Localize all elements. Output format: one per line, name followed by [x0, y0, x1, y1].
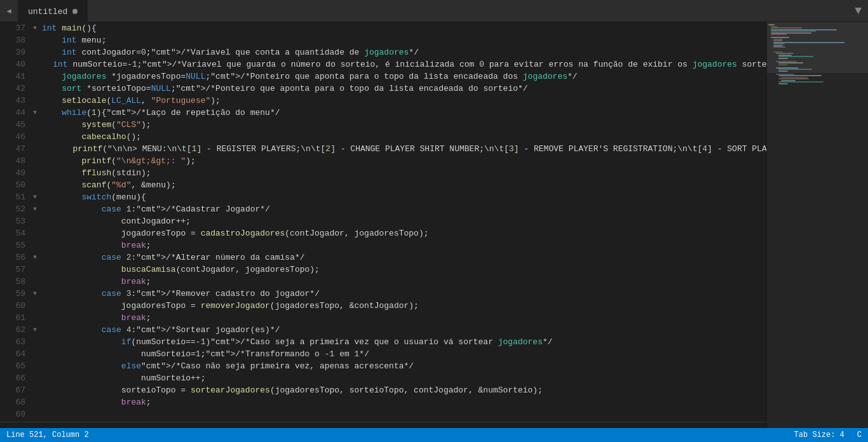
line-number: 69 — [5, 408, 25, 420]
code-text: system("CLS"); — [42, 119, 151, 131]
fold-arrow[interactable] — [33, 22, 42, 34]
status-position: Line 521, Column 2 — [6, 431, 89, 439]
code-line: if(numSorteio==-1)"cmt">/*Caso seja a pr… — [33, 336, 766, 348]
code-line: else"cmt">/*Caso não seja primeira vez, … — [33, 360, 766, 372]
line-number: 40 — [5, 58, 25, 70]
code-content[interactable]: int main(){ int menu; int contJogador=0;… — [31, 22, 766, 422]
code-line: jogadores *jogadoresTopo=NULL;"cmt">/*Po… — [33, 70, 766, 83]
code-text: jogadoresTopo = cadastroJogadores(contJo… — [42, 227, 429, 239]
code-text: fflush(stdin); — [42, 167, 151, 179]
line-number: 63 — [5, 336, 25, 348]
code-line: numSorteio++; — [33, 372, 766, 384]
minimap-line — [768, 59, 770, 60]
code-text: int numSorteio=-1;"cmt">/*Variavel que g… — [33, 58, 766, 70]
minimap-line — [771, 34, 787, 35]
minimap-line — [768, 36, 770, 37]
code-text: case 2:"cmt">/*Alterar número da camisa*… — [42, 251, 305, 264]
status-right: Tab Size: 4 C — [794, 431, 862, 439]
code-text: break; — [42, 396, 151, 408]
code-area[interactable]: 3738394041424344454647484950515253545556… — [0, 22, 766, 422]
code-line: scanf("%d", &menu); — [33, 179, 766, 191]
main-area: 3738394041424344454647484950515253545556… — [0, 22, 868, 428]
minimap-content — [767, 22, 868, 428]
fold-arrow[interactable] — [33, 107, 42, 119]
minimap-line — [778, 62, 803, 64]
code-line: printf("\n\n> MENU:\n\t[1] - REGISTER PL… — [33, 143, 766, 155]
minimap-line — [768, 72, 770, 73]
tab-label: untitled — [28, 7, 67, 17]
line-number: 66 — [5, 372, 25, 384]
line-number: 60 — [5, 300, 25, 312]
minimap-line — [776, 53, 794, 54]
code-text: else"cmt">/*Caso não seja primeira vez, … — [42, 360, 414, 372]
code-line: int menu; — [33, 34, 766, 46]
code-text: sorteioTopo = sortearJogadores(jogadores… — [42, 384, 543, 396]
line-number: 46 — [5, 131, 25, 143]
code-text: break; — [42, 312, 151, 324]
code-text: case 1:"cmt">/*Cadastrar Jogador*/ — [42, 203, 270, 215]
code-line: jogadoresTopo = cadastroJogadores(contJo… — [33, 227, 766, 239]
status-bar: Line 521, Column 2 Tab Size: 4 C — [0, 428, 868, 442]
horizontal-scrollbar[interactable] — [0, 422, 766, 428]
minimap-line — [778, 83, 788, 84]
code-line: jogadoresTopo = removerJogador(jogadores… — [33, 300, 766, 312]
line-number: 62 — [5, 324, 25, 336]
title-bar: ◀ untitled ▼ — [0, 0, 868, 22]
minimap-line — [778, 58, 788, 59]
code-line: contJogador++; — [33, 215, 766, 227]
tab-arrow-left[interactable]: ◀ — [0, 0, 18, 22]
code-line: system("CLS"); — [33, 119, 766, 131]
code-text: int contJogador=0;"cmt">/*Variavel que c… — [42, 46, 419, 58]
fold-arrow[interactable] — [33, 203, 42, 215]
code-line: setlocale(LC_ALL, "Portuguese"); — [33, 95, 766, 107]
line-number: 55 — [5, 239, 25, 251]
code-text: numSorteio=1;"cmt">/*Transformando o -1 … — [42, 348, 369, 360]
title-bar-chevron[interactable]: ▼ — [855, 4, 868, 17]
line-number: 49 — [5, 167, 25, 179]
line-number: 51 — [5, 191, 25, 203]
line-number: 67 — [5, 384, 25, 396]
code-line: sort *sorteioTopo=NULL;"cmt">/*Ponteiro … — [33, 83, 766, 95]
minimap-line — [771, 37, 789, 38]
minimap-line — [768, 50, 770, 51]
code-line: int numSorteio=-1;"cmt">/*Variavel que g… — [33, 58, 766, 70]
code-text: sort *sorteioTopo=NULL;"cmt">/*Ponteiro … — [42, 83, 528, 95]
line-number: 68 — [5, 396, 25, 408]
line-number: 59 — [5, 288, 25, 300]
minimap-line — [773, 43, 785, 44]
line-number: 50 — [5, 179, 25, 191]
code-line: case 2:"cmt">/*Alterar número da camisa*… — [33, 251, 766, 264]
line-number: 48 — [5, 155, 25, 167]
line-number: 45 — [5, 119, 25, 131]
minimap-line — [771, 27, 802, 29]
minimap-line — [778, 70, 788, 72]
line-number: 47 — [5, 143, 25, 155]
code-line: int contJogador=0;"cmt">/*Variavel que c… — [33, 46, 766, 58]
line-number: 44 — [5, 107, 25, 119]
code-text: break; — [42, 276, 151, 288]
status-language: C — [857, 431, 862, 439]
minimap-line — [778, 81, 824, 83]
code-line: break; — [33, 239, 766, 251]
code-text: break; — [42, 239, 151, 251]
status-tab-size: Tab Size: 4 — [794, 431, 844, 439]
code-text: int main(){ — [42, 22, 97, 34]
line-number: 52 — [5, 203, 25, 215]
minimap-line — [778, 78, 809, 79]
fold-arrow[interactable] — [33, 251, 42, 264]
code-text: if(numSorteio==-1)"cmt">/*Caso seja a pr… — [42, 336, 553, 348]
line-number: 65 — [5, 360, 25, 372]
fold-arrow[interactable] — [33, 324, 42, 336]
code-text: jogadores *jogadoresTopo=NULL;"cmt">/*Po… — [42, 70, 578, 83]
line-number: 38 — [5, 34, 25, 46]
fold-arrow[interactable] — [33, 288, 42, 300]
code-line: numSorteio=1;"cmt">/*Transformando o -1 … — [33, 348, 766, 360]
code-text: scanf("%d", &menu); — [42, 179, 176, 191]
fold-arrow[interactable] — [33, 191, 42, 203]
tab-untitled[interactable]: untitled — [18, 0, 88, 22]
minimap-line — [778, 64, 788, 65]
code-text: int menu; — [42, 34, 106, 46]
code-text: case 4:"cmt">/*Sortear jogador(es)*/ — [42, 324, 280, 336]
code-line: while(1){"cmt">/*Laço de repetição do me… — [33, 107, 766, 119]
minimap-line — [773, 40, 782, 41]
